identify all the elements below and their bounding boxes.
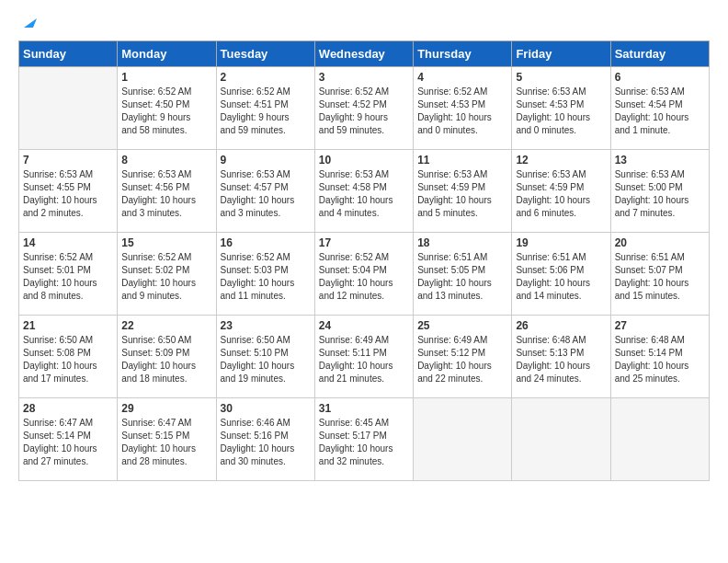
day-number: 26 [516, 319, 606, 332]
calendar-cell: 26Sunrise: 6:48 AM Sunset: 5:13 PM Dayli… [512, 316, 610, 398]
calendar-cell: 2Sunrise: 6:52 AM Sunset: 4:51 PM Daylig… [216, 67, 314, 150]
calendar-cell: 15Sunrise: 6:52 AM Sunset: 5:02 PM Dayli… [118, 233, 216, 316]
day-info: Sunrise: 6:53 AM Sunset: 4:57 PM Dayligh… [221, 168, 311, 220]
svg-marker-0 [24, 18, 37, 28]
week-row-5: 28Sunrise: 6:47 AM Sunset: 5:14 PM Dayli… [19, 398, 710, 481]
calendar-cell: 8Sunrise: 6:53 AM Sunset: 4:56 PM Daylig… [118, 150, 216, 233]
week-row-1: 1Sunrise: 6:52 AM Sunset: 4:50 PM Daylig… [19, 67, 710, 150]
day-info: Sunrise: 6:52 AM Sunset: 5:04 PM Dayligh… [319, 251, 409, 303]
day-number: 20 [615, 236, 705, 249]
day-info: Sunrise: 6:53 AM Sunset: 5:00 PM Dayligh… [615, 168, 705, 220]
day-number: 5 [516, 71, 606, 84]
day-number: 17 [319, 236, 409, 249]
day-info: Sunrise: 6:47 AM Sunset: 5:14 PM Dayligh… [23, 417, 113, 468]
header-sunday: Sunday [19, 41, 118, 67]
day-info: Sunrise: 6:53 AM Sunset: 4:59 PM Dayligh… [516, 168, 606, 220]
day-number: 24 [319, 319, 409, 332]
calendar-cell: 13Sunrise: 6:53 AM Sunset: 5:00 PM Dayli… [610, 150, 709, 233]
day-number: 8 [121, 154, 211, 167]
calendar-cell: 28Sunrise: 6:47 AM Sunset: 5:14 PM Dayli… [19, 398, 118, 481]
day-info: Sunrise: 6:48 AM Sunset: 5:13 PM Dayligh… [516, 334, 606, 385]
day-number: 29 [121, 402, 211, 415]
calendar-cell: 31Sunrise: 6:45 AM Sunset: 5:17 PM Dayli… [314, 398, 413, 481]
day-number: 18 [417, 236, 507, 249]
day-number: 11 [417, 154, 507, 167]
header-tuesday: Tuesday [216, 41, 314, 67]
header-friday: Friday [512, 41, 610, 67]
calendar-cell: 5Sunrise: 6:53 AM Sunset: 4:53 PM Daylig… [512, 67, 610, 150]
calendar-cell: 3Sunrise: 6:52 AM Sunset: 4:52 PM Daylig… [314, 67, 413, 150]
day-number: 16 [221, 236, 311, 249]
calendar-cell: 1Sunrise: 6:52 AM Sunset: 4:50 PM Daylig… [118, 67, 216, 150]
calendar-cell: 22Sunrise: 6:50 AM Sunset: 5:09 PM Dayli… [118, 316, 216, 398]
day-info: Sunrise: 6:52 AM Sunset: 4:53 PM Dayligh… [417, 86, 507, 137]
day-number: 9 [221, 154, 311, 167]
day-number: 30 [221, 402, 311, 415]
calendar-cell: 9Sunrise: 6:53 AM Sunset: 4:57 PM Daylig… [216, 150, 314, 233]
calendar-cell: 11Sunrise: 6:53 AM Sunset: 4:59 PM Dayli… [414, 150, 512, 233]
header-wednesday: Wednesday [314, 41, 413, 67]
calendar-cell: 25Sunrise: 6:49 AM Sunset: 5:12 PM Dayli… [414, 316, 512, 398]
day-info: Sunrise: 6:53 AM Sunset: 4:58 PM Dayligh… [319, 168, 409, 220]
calendar-cell: 24Sunrise: 6:49 AM Sunset: 5:11 PM Dayli… [314, 316, 413, 398]
day-info: Sunrise: 6:50 AM Sunset: 5:08 PM Dayligh… [23, 334, 113, 385]
calendar-cell: 16Sunrise: 6:52 AM Sunset: 5:03 PM Dayli… [216, 233, 314, 316]
day-number: 4 [417, 71, 507, 84]
calendar-cell [512, 398, 610, 481]
day-info: Sunrise: 6:51 AM Sunset: 5:05 PM Dayligh… [417, 251, 507, 303]
calendar-header-row: SundayMondayTuesdayWednesdayThursdayFrid… [19, 41, 710, 67]
day-info: Sunrise: 6:50 AM Sunset: 5:09 PM Dayligh… [121, 334, 211, 385]
day-number: 31 [319, 402, 409, 415]
header-monday: Monday [118, 41, 216, 67]
calendar-cell: 4Sunrise: 6:52 AM Sunset: 4:53 PM Daylig… [414, 67, 512, 150]
calendar-cell: 20Sunrise: 6:51 AM Sunset: 5:07 PM Dayli… [610, 233, 709, 316]
calendar-cell: 18Sunrise: 6:51 AM Sunset: 5:05 PM Dayli… [414, 233, 512, 316]
day-number: 3 [319, 71, 409, 84]
logo-bird-icon [20, 15, 37, 31]
calendar-cell: 27Sunrise: 6:48 AM Sunset: 5:14 PM Dayli… [610, 316, 709, 398]
day-number: 21 [23, 319, 113, 332]
week-row-3: 14Sunrise: 6:52 AM Sunset: 5:01 PM Dayli… [19, 233, 710, 316]
calendar-cell [610, 398, 709, 481]
calendar-cell [414, 398, 512, 481]
week-row-2: 7Sunrise: 6:53 AM Sunset: 4:55 PM Daylig… [19, 150, 710, 233]
calendar-cell [19, 67, 118, 150]
day-info: Sunrise: 6:53 AM Sunset: 4:55 PM Dayligh… [23, 168, 113, 220]
day-number: 6 [615, 71, 705, 84]
day-info: Sunrise: 6:52 AM Sunset: 5:02 PM Dayligh… [121, 251, 211, 303]
day-info: Sunrise: 6:53 AM Sunset: 4:54 PM Dayligh… [615, 86, 705, 137]
day-info: Sunrise: 6:52 AM Sunset: 4:52 PM Dayligh… [319, 86, 409, 137]
day-info: Sunrise: 6:52 AM Sunset: 4:51 PM Dayligh… [221, 86, 311, 137]
day-info: Sunrise: 6:46 AM Sunset: 5:16 PM Dayligh… [221, 417, 311, 468]
day-number: 7 [23, 154, 113, 167]
calendar-cell: 19Sunrise: 6:51 AM Sunset: 5:06 PM Dayli… [512, 233, 610, 316]
day-info: Sunrise: 6:53 AM Sunset: 4:53 PM Dayligh… [516, 86, 606, 137]
logo [18, 18, 37, 31]
calendar-body: 1Sunrise: 6:52 AM Sunset: 4:50 PM Daylig… [19, 67, 710, 481]
day-info: Sunrise: 6:48 AM Sunset: 5:14 PM Dayligh… [615, 334, 705, 385]
day-number: 28 [23, 402, 113, 415]
calendar-cell: 30Sunrise: 6:46 AM Sunset: 5:16 PM Dayli… [216, 398, 314, 481]
day-number: 23 [221, 319, 311, 332]
day-info: Sunrise: 6:45 AM Sunset: 5:17 PM Dayligh… [319, 417, 409, 468]
week-row-4: 21Sunrise: 6:50 AM Sunset: 5:08 PM Dayli… [19, 316, 710, 398]
day-info: Sunrise: 6:52 AM Sunset: 5:03 PM Dayligh… [221, 251, 311, 303]
calendar-cell: 6Sunrise: 6:53 AM Sunset: 4:54 PM Daylig… [610, 67, 709, 150]
day-number: 2 [221, 71, 311, 84]
day-number: 10 [319, 154, 409, 167]
day-number: 19 [516, 236, 606, 249]
day-info: Sunrise: 6:52 AM Sunset: 5:01 PM Dayligh… [23, 251, 113, 303]
day-number: 25 [417, 319, 507, 332]
day-info: Sunrise: 6:50 AM Sunset: 5:10 PM Dayligh… [221, 334, 311, 385]
day-info: Sunrise: 6:53 AM Sunset: 4:56 PM Dayligh… [121, 168, 211, 220]
calendar-cell: 14Sunrise: 6:52 AM Sunset: 5:01 PM Dayli… [19, 233, 118, 316]
header-saturday: Saturday [610, 41, 709, 67]
day-number: 22 [121, 319, 211, 332]
calendar-cell: 12Sunrise: 6:53 AM Sunset: 4:59 PM Dayli… [512, 150, 610, 233]
calendar-cell: 17Sunrise: 6:52 AM Sunset: 5:04 PM Dayli… [314, 233, 413, 316]
calendar-cell: 23Sunrise: 6:50 AM Sunset: 5:10 PM Dayli… [216, 316, 314, 398]
day-number: 27 [615, 319, 705, 332]
calendar-cell: 21Sunrise: 6:50 AM Sunset: 5:08 PM Dayli… [19, 316, 118, 398]
day-info: Sunrise: 6:51 AM Sunset: 5:06 PM Dayligh… [516, 251, 606, 303]
day-info: Sunrise: 6:52 AM Sunset: 4:50 PM Dayligh… [121, 86, 211, 137]
